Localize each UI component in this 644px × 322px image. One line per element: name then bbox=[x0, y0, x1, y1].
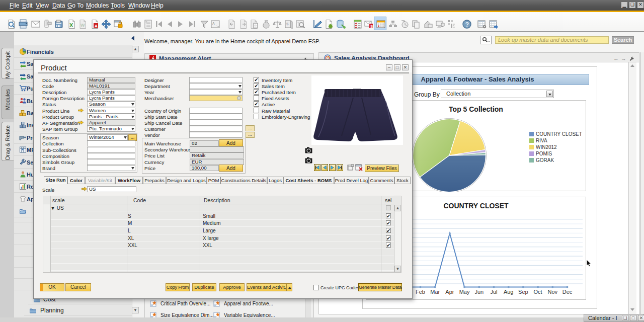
svg-text:A: A bbox=[95, 24, 98, 28]
svg-text:Mar: Mar bbox=[430, 289, 440, 295]
svg-text:Jul: Jul bbox=[490, 289, 497, 295]
svg-text:Oct: Oct bbox=[534, 289, 542, 295]
svg-text:A: A bbox=[212, 22, 215, 25]
svg-text:$: $ bbox=[286, 22, 289, 26]
svg-text:X: X bbox=[69, 22, 73, 28]
svg-text:Nov: Nov bbox=[548, 289, 558, 295]
svg-text:Aug: Aug bbox=[504, 289, 514, 295]
svg-text:?: ? bbox=[465, 21, 469, 28]
svg-text:Feb: Feb bbox=[416, 289, 425, 295]
svg-text:Dec: Dec bbox=[562, 289, 573, 295]
svg-text:Apr: Apr bbox=[445, 289, 454, 295]
svg-text:W: W bbox=[80, 23, 85, 28]
svg-text:May: May bbox=[459, 289, 470, 295]
svg-text:S: S bbox=[370, 24, 373, 29]
svg-text:Sep: Sep bbox=[518, 289, 528, 295]
svg-text:Jun: Jun bbox=[474, 289, 484, 295]
